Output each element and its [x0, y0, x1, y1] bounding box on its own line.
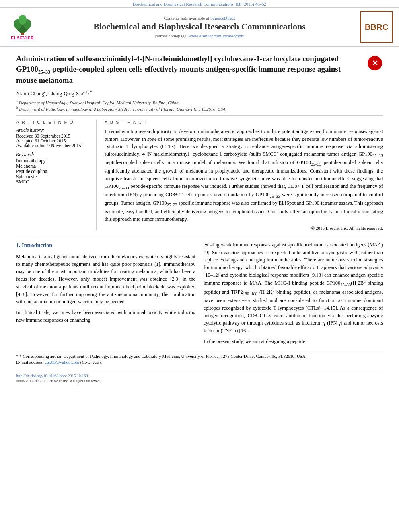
footnote-section: * * Corresponding author. Department of …	[16, 352, 383, 364]
journal-title: Biochemical and Biophysical Research Com…	[43, 21, 356, 32]
keyword-2: Melanoma	[16, 164, 90, 168]
intro-para-3: existing weak immune responses against s…	[204, 241, 383, 335]
authors-line: Xiaoli Changa, Chang-Qing Xiaa, b, *	[16, 90, 383, 97]
journal-center-info: Contents lists available at ScienceDirec…	[43, 16, 356, 38]
svg-text:✕: ✕	[372, 59, 378, 67]
keywords-label: Keywords:	[16, 152, 90, 157]
history-label: Article history:	[16, 128, 90, 133]
abstract-text: It remains a top research priority to de…	[105, 128, 383, 223]
affiliation-a: a Department of Hematology, Xuanwu Hospi…	[16, 99, 383, 105]
accepted-date: Accepted 31 October 2015	[16, 138, 90, 143]
citation-text: Biochemical and Biophysical Research Com…	[133, 2, 266, 6]
contents-link: Contents lists available at ScienceDirec…	[43, 16, 356, 21]
keyword-5: SMCC	[16, 179, 90, 184]
keyword-4: Splenocytes	[16, 174, 90, 179]
article-footer: http://dx.doi.org/10.1016/j.bbrc.2015.10…	[16, 371, 383, 383]
article-title: Administration of sulfosuccinimidyl-4-[N…	[16, 53, 367, 85]
affiliation-b: b Department of Pathology, Immunology an…	[16, 105, 383, 111]
doi-link[interactable]: http://dx.doi.org/10.1016/j.bbrc.2015.10…	[16, 374, 88, 378]
keyword-3: Peptide coupling	[16, 169, 90, 174]
intro-two-col: 1. Introduction Melanoma is a malignant …	[16, 241, 383, 349]
intro-heading: 1. Introduction	[16, 241, 195, 250]
journal-citation-bar: Biochemical and Biophysical Research Com…	[0, 0, 399, 8]
main-content: Administration of sulfosuccinimidyl-4-[N…	[0, 47, 399, 390]
elsevier-logo: ELSEVIER	[6, 14, 39, 40]
email-note: E-mail address: cqx65@yahoo.com (C.-Q. X…	[16, 359, 383, 364]
article-history: Article history: Received 30 September 2…	[16, 128, 90, 148]
intro-para-2: In clinical trials, vaccines have been a…	[16, 309, 195, 324]
online-date: Available online 9 November 2015	[16, 143, 90, 148]
article-info-label: A R T I C L E I N F O	[16, 120, 90, 125]
intro-col-left: 1. Introduction Melanoma is a malignant …	[16, 241, 195, 349]
article-info-col: A R T I C L E I N F O Article history: R…	[16, 120, 97, 230]
corresponding-author-note: * * Corresponding author. Department of …	[16, 354, 383, 359]
introduction-section: 1. Introduction Melanoma is a malignant …	[16, 237, 383, 349]
bbrc-logo: BBRC	[360, 11, 393, 43]
svg-point-4	[19, 15, 27, 25]
homepage-link[interactable]: www.elsevier.com/locate/ybbrc	[189, 33, 245, 38]
copyright-notice: © 2015 Elsevier Inc. All rights reserved…	[105, 226, 383, 230]
intro-para-1: Melanoma is a malignant tumor derived fr…	[16, 253, 195, 306]
journal-header: ELSEVIER Contents lists available at Sci…	[0, 8, 399, 47]
intro-para-4: In the present study, we aim at designin…	[204, 338, 383, 345]
crossmark-logo: ✕	[367, 55, 383, 71]
abstract-col: A B S T R A C T It remains a top researc…	[105, 120, 383, 230]
affiliations: a Department of Hematology, Xuanwu Hospi…	[16, 99, 383, 111]
issn-line: 0006-291X/© 2015 Elsevier Inc. All right…	[16, 379, 383, 383]
article-title-section: Administration of sulfosuccinimidyl-4-[N…	[16, 53, 383, 85]
journal-homepage: journal homepage: www.elsevier.com/locat…	[43, 33, 356, 38]
email-link[interactable]: cqx65@yahoo.com	[45, 359, 79, 364]
keyword-1: Immunotherapy	[16, 158, 90, 163]
keywords-section: Keywords: Immunotherapy Melanoma Peptide…	[16, 152, 90, 184]
elsevier-wordmark: ELSEVIER	[11, 36, 34, 40]
intro-col-right: existing weak immune responses against s…	[204, 241, 383, 349]
article-info-abstract: A R T I C L E I N F O Article history: R…	[16, 115, 383, 230]
elsevier-tree-icon	[10, 14, 35, 36]
doi-line: http://dx.doi.org/10.1016/j.bbrc.2015.10…	[16, 374, 383, 378]
received-date: Received 30 September 2015	[16, 134, 90, 138]
abstract-label: A B S T R A C T	[105, 120, 383, 125]
sciencedirect-link[interactable]: ScienceDirect	[210, 16, 235, 21]
